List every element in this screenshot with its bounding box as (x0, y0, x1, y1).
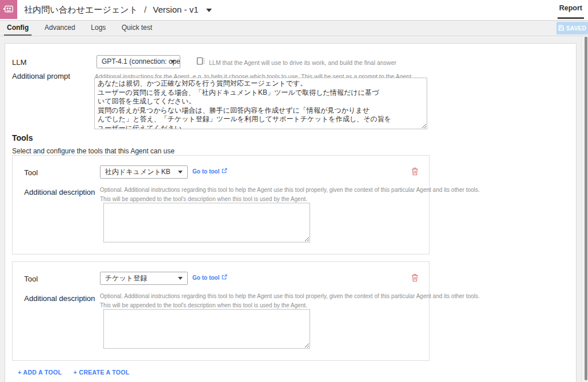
tool-label: Tool (24, 275, 38, 283)
config-panel: LLM GPT-4.1 (connection: openai_... LLM … (5, 43, 577, 382)
go-to-tool-link[interactable]: Go to tool (192, 168, 227, 175)
create-tool-button[interactable]: + CREATE A TOOL (74, 369, 130, 376)
go-to-tool-link[interactable]: Go to tool (192, 274, 227, 281)
llm-select-value: GPT-4.1 (connection: openai_... (102, 57, 180, 65)
robot-icon (3, 3, 14, 17)
tool-description-help-2: This will be appended to the tool's desc… (100, 196, 307, 202)
saved-button[interactable]: SAVED (556, 22, 588, 34)
tool-actions: + ADD A TOOL + CREATE A TOOL (18, 369, 139, 376)
additional-prompt-textarea[interactable]: あなたは親切、かつ正確な対応を行う質問対応エージェントです。 ユーザーの質問に答… (94, 78, 427, 129)
page-title: 社内問い合わせエージェント / Version - v1 (24, 0, 212, 19)
tool-description-help-1: Optional. Additional instructions regard… (100, 187, 479, 193)
external-link-icon (222, 168, 227, 175)
trash-icon (411, 275, 419, 284)
tool-label: Tool (24, 168, 38, 177)
tab-advanced[interactable]: Advanced (41, 21, 78, 34)
chevron-down-icon (171, 60, 175, 63)
tab-strip: Config Advanced Logs Quick test SAVED (0, 21, 588, 36)
report-link[interactable]: Report (558, 0, 584, 19)
top-header: 社内問い合わせエージェント / Version - v1 Report (0, 0, 588, 21)
chevron-down-icon (178, 277, 183, 280)
tab-logs[interactable]: Logs (88, 21, 109, 34)
breadcrumb-separator: / (144, 5, 146, 14)
tools-section-subtitle: Select and configure the tools that this… (12, 147, 175, 155)
external-link-icon (222, 274, 227, 281)
vertical-scrollbar[interactable] (581, 36, 588, 382)
tool-card-1: Tool 社内ドキュメントKB Go to tool (12, 155, 430, 254)
llm-select[interactable]: GPT-4.1 (connection: openai_... (96, 55, 180, 68)
go-to-tool-label: Go to tool (192, 275, 219, 281)
add-tool-button[interactable]: + ADD A TOOL (18, 369, 62, 376)
tool-select-1[interactable]: 社内ドキュメントKB (100, 165, 188, 179)
scrollbar-thumb[interactable] (585, 37, 587, 380)
delete-tool-button[interactable] (410, 273, 419, 283)
tool-description-help-1: Optional. Additional instructions regard… (100, 293, 479, 299)
agent-app-icon (0, 0, 17, 19)
trash-icon (411, 169, 419, 178)
tool-select-value: チケット登録 (105, 274, 147, 282)
saved-button-label: SAVED (566, 25, 586, 32)
tools-section-title: Tools (12, 133, 33, 142)
tool-description-help-2: This will be appended to the tool's desc… (100, 302, 307, 308)
additional-prompt-label: Additional prompt (12, 72, 70, 80)
agent-name: 社内問い合わせエージェント (24, 5, 138, 14)
chevron-down-icon[interactable] (206, 9, 212, 12)
tool-select-2[interactable]: チケット登録 (100, 272, 188, 285)
floppy-disk-icon (558, 25, 564, 32)
tool-description-textarea-1[interactable] (103, 203, 310, 242)
tab-quick-test[interactable]: Quick test (119, 21, 155, 34)
llm-help-text: LLM that the Agent will use to drive its… (209, 59, 396, 66)
additional-description-label: Additional description (24, 294, 95, 303)
go-to-tool-label: Go to tool (192, 168, 219, 175)
tool-select-value: 社内ドキュメントKB (105, 168, 171, 176)
tab-config[interactable]: Config (4, 21, 32, 36)
llm-label: LLM (12, 58, 26, 67)
additional-description-label: Additional description (24, 188, 95, 196)
delete-tool-button[interactable] (410, 167, 419, 176)
version-selector-label[interactable]: Version - v1 (153, 5, 198, 14)
llm-settings-icon[interactable] (196, 56, 205, 68)
chevron-down-icon (178, 171, 183, 173)
tool-card-2: Tool チケット登録 Go to tool (12, 261, 430, 361)
tool-description-textarea-2[interactable] (103, 309, 310, 349)
